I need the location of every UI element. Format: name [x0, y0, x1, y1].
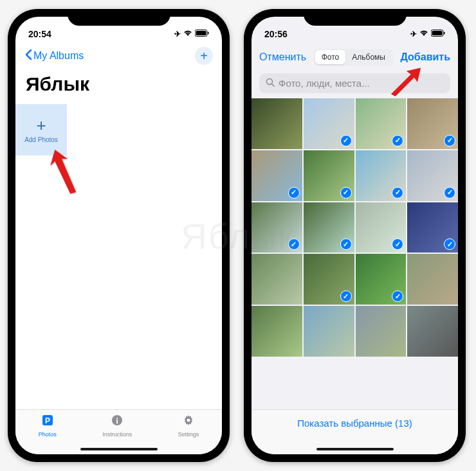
selected-check-icon: ✓ [444, 187, 455, 199]
photo-thumb-hiker-green[interactable]: ✓ [356, 254, 407, 305]
photo-thumb-white-mansion[interactable]: ✓ [304, 98, 354, 149]
tab-settings[interactable]: Settings [178, 414, 199, 438]
photo-thumb-neoclassical[interactable]: ✓ [407, 150, 458, 201]
photo-thumb-cliff-view[interactable] [252, 254, 302, 305]
nav-bar: My Albums + [15, 44, 222, 68]
home-indicator[interactable] [80, 448, 158, 450]
plus-icon: + [36, 117, 46, 134]
home-indicator[interactable] [316, 448, 394, 450]
add-button[interactable]: Добавить [401, 51, 451, 63]
seg-albums[interactable]: Альбомы [345, 50, 392, 64]
add-photos-tile[interactable]: + Add Photos [15, 104, 67, 156]
photo-thumb-hillside-town[interactable] [407, 254, 458, 305]
thumb-image [407, 306, 458, 357]
svg-rect-2 [208, 32, 209, 35]
plus-icon: + [200, 49, 208, 64]
selected-check-icon: ✓ [288, 238, 300, 250]
phone-right: 20:56 ✈ Отменить Фото Альбомы Доба [244, 9, 466, 462]
airplane-icon: ✈ [410, 30, 417, 39]
wifi-icon [183, 30, 192, 39]
selected-check-icon: ✓ [392, 135, 403, 147]
svg-rect-1 [196, 31, 206, 35]
selected-check-icon: ✓ [340, 238, 352, 250]
notch [304, 9, 407, 26]
tab-label: Photos [39, 431, 57, 438]
back-button[interactable]: My Albums [24, 49, 84, 63]
battery-icon [431, 30, 445, 39]
notch [68, 9, 170, 26]
photo-thumb-castle-ruins[interactable]: ✓ [252, 150, 302, 201]
photo-thumb-stone-arch[interactable]: ✓ [407, 98, 458, 149]
photo-thumb-blue-building-night[interactable]: ✓ [407, 202, 458, 253]
photo-grid: ✓✓✓✓✓✓✓✓✓✓✓✓✓ [252, 98, 458, 357]
add-photos-label: Add Photos [24, 136, 58, 143]
status-time: 20:56 [264, 29, 288, 39]
status-time: 20:54 [28, 29, 51, 39]
selected-check-icon: ✓ [392, 187, 403, 199]
photos-icon: P [41, 414, 54, 430]
phone-left: 20:54 ✈ My Albums [8, 9, 230, 462]
battery-icon [195, 30, 209, 39]
photo-thumb-mountain-valley[interactable]: ✓ [304, 254, 354, 305]
back-label: My Albums [33, 50, 84, 62]
search-field[interactable]: Фото, люди, места... [259, 73, 450, 93]
photo-thumb-church-hill[interactable] [356, 306, 407, 357]
chevron-left-icon [24, 49, 32, 63]
thumb-image [252, 306, 302, 357]
photo-thumb-waterfall-2[interactable]: ✓ [304, 202, 354, 253]
info-icon: i [111, 414, 124, 430]
album-title: Яблык [15, 68, 222, 104]
gear-icon [182, 414, 195, 430]
photo-thumb-green-valley[interactable]: ✓ [304, 150, 354, 201]
thumb-image [407, 254, 458, 305]
selected-check-icon: ✓ [340, 135, 352, 147]
segmented-control[interactable]: Фото Альбомы [314, 49, 393, 66]
search-placeholder: Фото, люди, места... [279, 78, 370, 89]
thumb-image [304, 306, 354, 357]
photo-thumb-church-tower[interactable]: ✓ [356, 150, 407, 201]
selected-check-icon: ✓ [288, 187, 300, 199]
thumb-image [356, 306, 407, 357]
tab-label: Instructions [102, 431, 132, 438]
selected-check-icon: ✓ [340, 290, 352, 302]
new-album-button[interactable]: + [195, 47, 213, 65]
svg-line-12 [272, 84, 275, 87]
svg-text:P: P [45, 416, 50, 425]
status-icons: ✈ [410, 30, 445, 39]
tab-photos[interactable]: P Photos [39, 414, 57, 438]
tab-instructions[interactable]: i Instructions [102, 414, 132, 438]
photo-thumb-mountain-meadow[interactable] [252, 306, 302, 357]
wifi-icon [419, 30, 428, 39]
show-selected-label: Показать выбранные (13) [297, 418, 412, 429]
seg-photo[interactable]: Фото [315, 50, 346, 64]
airplane-icon: ✈ [174, 30, 181, 39]
svg-text:i: i [116, 416, 118, 425]
photo-thumb-parked-car[interactable] [407, 306, 458, 357]
selected-check-icon: ✓ [340, 187, 352, 199]
tab-label: Settings [178, 431, 199, 438]
thumb-image [252, 254, 302, 305]
photo-thumb-coastal-road[interactable] [304, 306, 354, 357]
status-icons: ✈ [174, 30, 209, 39]
picker-nav: Отменить Фото Альбомы Добавить [252, 44, 458, 69]
cancel-button[interactable]: Отменить [259, 51, 306, 63]
thumb-image [252, 98, 302, 149]
photo-thumb-waterfall-mist[interactable]: ✓ [356, 202, 407, 253]
photo-thumb-cave-interior[interactable] [252, 98, 302, 149]
selected-check-icon: ✓ [444, 135, 455, 147]
svg-point-7 [187, 419, 190, 422]
photo-thumb-church-pillars[interactable]: ✓ [356, 98, 407, 149]
svg-rect-9 [432, 31, 443, 35]
search-icon [266, 78, 275, 89]
svg-rect-10 [444, 32, 445, 35]
photo-thumb-waterfall-1[interactable]: ✓ [252, 202, 302, 253]
